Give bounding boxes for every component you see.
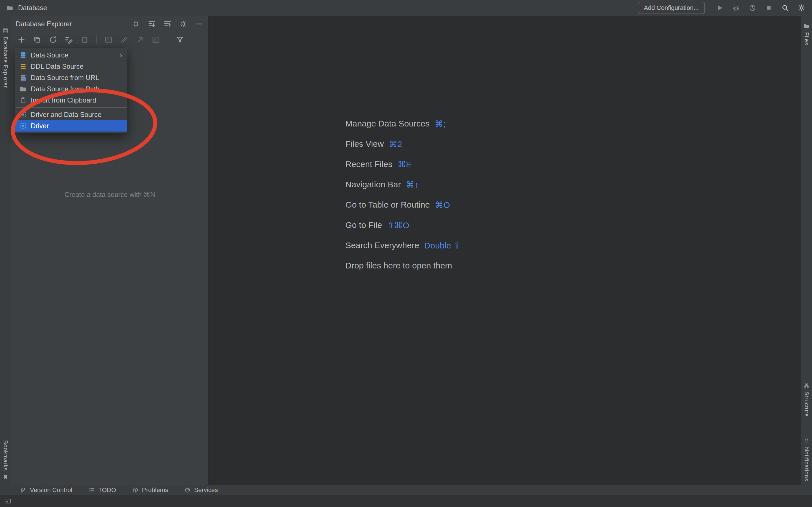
shortcut-hint: Recent Files⌘E xyxy=(345,154,460,174)
shortcut-keys: Double ⇧ xyxy=(424,240,461,250)
add-configuration-button[interactable]: Add Configuration... xyxy=(638,2,705,14)
stop-button[interactable] xyxy=(765,4,773,12)
data-source-icon xyxy=(19,51,27,59)
shortcut-hint: Manage Data Sources⌘; xyxy=(345,114,460,134)
shortcut-keys: ⌘O xyxy=(435,200,450,210)
shortcut-hint: Drop files here to open them xyxy=(345,256,460,276)
run-button[interactable] xyxy=(716,4,724,12)
panel-header: Database Explorer xyxy=(11,16,208,32)
stripe-button-notifications[interactable]: Notifications xyxy=(801,438,812,482)
shortcut-label: Drop files here to open them xyxy=(345,261,452,270)
profiler-button[interactable] xyxy=(748,4,757,12)
shortcut-hint: Navigation Bar⌘↑ xyxy=(345,174,460,194)
editor-area: Manage Data Sources⌘;Files View⌘2Recent … xyxy=(209,16,801,485)
todo-icon xyxy=(88,487,95,494)
toolbar-button-paste[interactable] xyxy=(80,35,89,44)
toolbar-separator xyxy=(96,36,97,44)
panel-action-expand-all[interactable] xyxy=(147,20,156,28)
tool-button-services[interactable]: Services xyxy=(184,487,218,494)
titlebar-actions xyxy=(716,4,806,12)
toolbar-button-duplicate[interactable] xyxy=(33,35,42,44)
toolbar-button-console[interactable] xyxy=(151,35,160,44)
database-icon xyxy=(2,27,9,34)
tool-button-label: TODO xyxy=(98,487,116,494)
menu-item-label: Driver xyxy=(31,122,49,130)
stripe-button-files[interactable]: Files xyxy=(801,23,812,45)
menu-item-data-source-from-url[interactable]: Data Source from URL xyxy=(15,72,127,83)
shortcut-label: Navigation Bar xyxy=(345,180,401,189)
toolbar-button-table[interactable] xyxy=(104,35,113,44)
new-data-source-menu: Data Source›DDL Data SourceData Source f… xyxy=(15,48,127,133)
layout-toggle-button[interactable] xyxy=(4,497,12,505)
stripe-label-bookmarks: Bookmarks xyxy=(2,440,9,471)
stripe-button-database-explorer[interactable]: Database Explorer xyxy=(0,27,11,88)
driver-icon xyxy=(19,122,27,130)
project-folder-icon xyxy=(6,4,14,11)
stripe-label-structure: Structure xyxy=(803,392,810,417)
titlebar-right: Add Configuration... xyxy=(638,2,806,14)
shortcut-label: Search Everywhere xyxy=(345,240,419,250)
structure-icon xyxy=(803,382,810,389)
shortcut-keys: ⌘2 xyxy=(389,139,402,149)
services-icon xyxy=(184,487,191,494)
explorer-header-actions xyxy=(132,20,203,28)
toolbar-button-data-source-properties[interactable] xyxy=(64,35,73,44)
panel-action-locate[interactable] xyxy=(132,20,140,28)
explorer-toolbar xyxy=(11,32,208,48)
tool-button-label: Problems xyxy=(142,487,168,494)
version-control-icon xyxy=(20,487,27,494)
panel-action-collapse-all[interactable] xyxy=(163,20,172,28)
tool-button-todo[interactable]: TODO xyxy=(88,487,116,494)
toolbar-button-refresh[interactable] xyxy=(49,35,57,44)
shortcut-keys: ⌘E xyxy=(398,159,412,169)
status-bar xyxy=(0,495,812,507)
shortcut-hints: Manage Data Sources⌘;Files View⌘2Recent … xyxy=(345,114,460,276)
search-button[interactable] xyxy=(781,4,790,12)
tool-button-label: Services xyxy=(194,487,218,494)
toolbar-button-add[interactable] xyxy=(17,35,26,44)
toolbar-button-edit[interactable] xyxy=(120,35,129,44)
menu-item-label: Import from Clipboard xyxy=(31,96,96,104)
bell-icon xyxy=(803,438,810,444)
project-name: Database xyxy=(18,4,47,12)
ddl-data-source-icon xyxy=(19,62,27,70)
shortcut-keys: ⌘; xyxy=(435,119,446,129)
menu-item-label: Driver and Data Source xyxy=(31,111,101,119)
menu-item-ddl-data-source[interactable]: DDL Data Source xyxy=(15,61,127,72)
menu-item-driver[interactable]: Driver xyxy=(15,120,127,131)
menu-item-label: Data Source from URL xyxy=(31,74,99,82)
shortcut-keys: ⌘↑ xyxy=(406,180,419,189)
bookmark-icon xyxy=(2,474,9,480)
bottom-tool-stripe: Version ControlTODOProblemsServices xyxy=(0,485,812,495)
stripe-button-bookmarks[interactable]: Bookmarks xyxy=(0,440,11,480)
shortcut-hint: Go to Table or Routine⌘O xyxy=(345,194,460,215)
debug-button[interactable] xyxy=(732,4,741,12)
menu-item-data-source[interactable]: Data Source› xyxy=(15,50,127,61)
shortcut-label: Go to File xyxy=(345,220,382,230)
driver-and-data-source-icon xyxy=(19,111,27,119)
project-widget[interactable]: Database xyxy=(6,4,47,12)
menu-item-label: DDL Data Source xyxy=(31,62,84,70)
tool-button-version-control[interactable]: Version Control xyxy=(20,487,72,494)
menu-item-import-from-clipboard[interactable]: Import from Clipboard xyxy=(15,95,127,106)
menu-item-driver-and-data-source[interactable]: Driver and Data Source xyxy=(15,109,127,120)
stripe-button-structure[interactable]: Structure xyxy=(801,382,812,417)
panel-action-hide[interactable] xyxy=(195,20,203,28)
toolbar-button-jump-to[interactable] xyxy=(136,35,145,44)
left-tool-stripe: Database Explorer Bookmarks xyxy=(0,16,11,485)
tool-button-label: Version Control xyxy=(30,487,72,494)
settings-button[interactable] xyxy=(797,4,806,12)
menu-item-data-source-from-path[interactable]: Data Source from Path xyxy=(15,83,127,95)
data-source-path-icon xyxy=(19,85,27,93)
panel-title: Database Explorer xyxy=(16,20,72,28)
shortcut-hint: Files View⌘2 xyxy=(345,134,460,154)
menu-separator xyxy=(15,107,126,108)
panel-action-settings[interactable] xyxy=(179,20,188,28)
data-source-url-icon xyxy=(19,74,27,82)
shortcut-label: Recent Files xyxy=(345,159,393,169)
toolbar-button-filter[interactable] xyxy=(175,35,185,44)
menu-item-label: Data Source xyxy=(31,51,68,59)
submenu-chevron-icon: › xyxy=(120,51,122,59)
stripe-label-files: Files xyxy=(803,32,810,45)
tool-button-problems[interactable]: Problems xyxy=(132,487,168,494)
